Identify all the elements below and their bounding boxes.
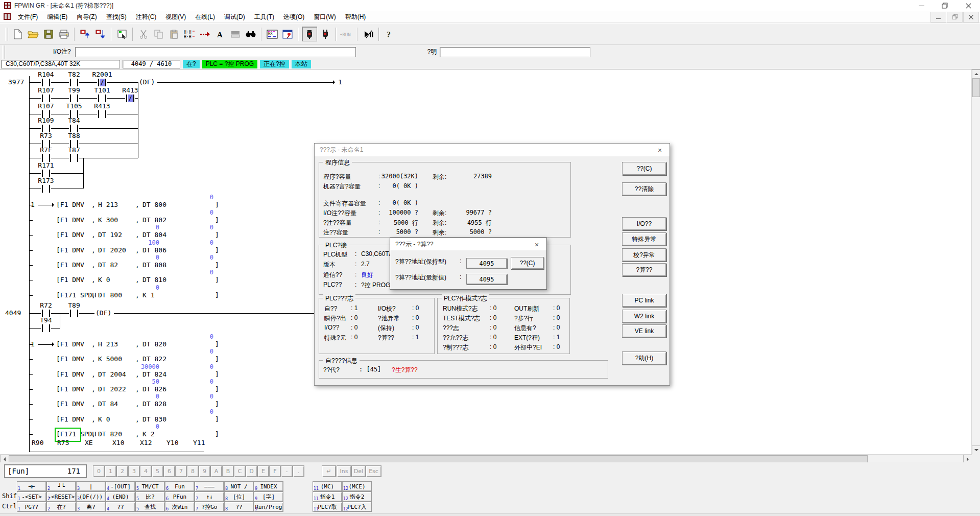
menu-item[interactable]: 文件(F): [13, 11, 42, 24]
contact[interactable]: R171: [33, 161, 59, 169]
function-key[interactable]: 4(END): [106, 491, 135, 502]
edit-key[interactable]: Ins: [337, 465, 351, 477]
function-key[interactable]: 9[字]: [254, 491, 283, 502]
function-key[interactable]: 1PG??: [17, 502, 46, 512]
function-key[interactable]: 5比?: [135, 491, 165, 502]
dialog-button[interactable]: PC link: [622, 294, 666, 307]
contact[interactable]: R109: [33, 116, 59, 124]
menu-item[interactable]: 查找(S): [102, 11, 131, 24]
dialog-button[interactable]: VE link: [622, 324, 666, 338]
vertical-scrollbar[interactable]: [971, 69, 980, 454]
function-key[interactable]: 6Fun: [165, 481, 195, 491]
restore-button[interactable]: [933, 0, 957, 11]
vscroll-thumb[interactable]: [972, 79, 980, 97]
save-icon[interactable]: [41, 27, 56, 41]
scroll-up-button[interactable]: [972, 69, 980, 79]
keypad-key[interactable]: 4: [140, 465, 152, 477]
plc-status-dialog-titlebar[interactable]: ???示 - 未命名1 ×: [315, 144, 670, 156]
run-indicator-icon[interactable]: •RUN: [340, 27, 354, 41]
menu-item[interactable]: 工具(T): [250, 11, 279, 24]
contact[interactable]: R173: [33, 177, 59, 184]
calc-error-dialog-titlebar[interactable]: ???示 - ?算?? ×: [390, 238, 546, 250]
contact[interactable]: T87: [61, 146, 87, 154]
find-icon[interactable]: [244, 27, 258, 41]
jump-icon[interactable]: [198, 27, 212, 41]
fieldbar-grip[interactable]: [2, 45, 5, 59]
function-key[interactable]: 3(DF(/)): [76, 491, 106, 502]
menu-item[interactable]: 调试(D): [220, 11, 250, 24]
contact[interactable]: R107: [33, 102, 59, 110]
keypad-key[interactable]: 8: [187, 465, 199, 477]
edit-key[interactable]: ↵: [322, 465, 336, 477]
keypad-key[interactable]: 1: [105, 465, 116, 477]
download-program-icon[interactable]: [93, 27, 108, 41]
contact[interactable]: T105: [61, 102, 87, 110]
function-key[interactable]: 1-<SET>: [17, 491, 46, 502]
function-key[interactable]: 12PLC?入: [342, 502, 372, 512]
keypad-key[interactable]: 2: [116, 465, 128, 477]
dialog-button[interactable]: 特殊异常: [622, 232, 666, 246]
print-icon[interactable]: [57, 27, 71, 41]
function-key[interactable]: 7?控Go: [195, 502, 224, 512]
contact[interactable]: T94: [33, 316, 59, 324]
plc-status-close-icon[interactable]: ×: [653, 145, 666, 155]
device-monitor-icon[interactable]: HX: [265, 27, 279, 41]
function-key[interactable]: 9Run/Prog: [254, 502, 283, 512]
open-folder-icon[interactable]: [26, 27, 40, 41]
entry-mode-box[interactable]: [Fun] 171: [4, 464, 87, 478]
function-key[interactable]: 11PLC?取: [313, 502, 342, 512]
keypad-key[interactable]: F: [269, 465, 281, 477]
keypad-key[interactable]: 7: [175, 465, 187, 477]
contact[interactable]: T84: [61, 116, 87, 124]
function-key[interactable]: 6PFun: [165, 491, 195, 502]
function-key[interactable]: 12指令2: [342, 491, 372, 502]
menu-item[interactable]: 窗口(W): [309, 11, 340, 24]
mdi-minimize-button[interactable]: [930, 12, 946, 22]
menu-item[interactable]: 视图(V): [161, 11, 190, 24]
dialog-button[interactable]: ?助(H): [622, 351, 666, 365]
upload-program-icon[interactable]: [78, 27, 92, 41]
contact[interactable]: T99: [61, 86, 87, 94]
contact[interactable]: R2001: [89, 71, 115, 78]
calc-address-button[interactable]: 4095: [466, 258, 507, 269]
offline-mode-icon[interactable]: [318, 27, 332, 41]
function-key[interactable]: 5TM/CT: [135, 481, 165, 491]
contact[interactable]: T101: [89, 86, 115, 94]
menu-item[interactable]: 帮助(H): [341, 11, 371, 24]
function-key[interactable]: 7↑↓: [195, 491, 224, 502]
keypad-key[interactable]: B: [222, 465, 234, 477]
online-mode-icon[interactable]: [302, 27, 317, 41]
block-select-icon[interactable]: [228, 27, 243, 41]
function-key[interactable]: 7———: [195, 481, 224, 491]
minimize-button[interactable]: [910, 0, 933, 11]
function-key[interactable]: 2┙┕: [46, 481, 76, 491]
function-key[interactable]: 8??: [224, 502, 254, 512]
keypad-key[interactable]: E: [257, 465, 269, 477]
dialog-button[interactable]: ?算??: [622, 263, 666, 276]
contact[interactable]: T82: [61, 71, 87, 78]
function-key[interactable]: 11指令1: [313, 491, 342, 502]
keypad-key[interactable]: 0: [93, 465, 105, 477]
run-stop-toggle-icon[interactable]: [361, 27, 375, 41]
keypad-key[interactable]: 6: [163, 465, 175, 477]
description-input[interactable]: [440, 47, 590, 57]
function-key[interactable]: 12(MCE): [342, 481, 372, 491]
function-key[interactable]: 3|: [76, 481, 106, 491]
contact[interactable]: R413: [117, 86, 144, 94]
contact[interactable]: R73: [33, 132, 59, 139]
contact[interactable]: R413: [89, 102, 115, 110]
function-key[interactable]: 4-[OUT]: [106, 481, 135, 491]
dialog-button[interactable]: ??清除: [622, 182, 666, 196]
dialog-button[interactable]: W2 link: [622, 310, 666, 323]
calc-confirm-button[interactable]: ??(C): [511, 257, 544, 269]
contact[interactable]: R107: [33, 86, 59, 94]
keypad-key[interactable]: -: [281, 465, 293, 477]
mdi-restore-button[interactable]: [947, 12, 963, 22]
keypad-key[interactable]: A: [210, 465, 222, 477]
menu-item[interactable]: 编辑(E): [42, 11, 72, 24]
function-key[interactable]: 2-<RESET>: [46, 491, 76, 502]
cut-icon[interactable]: [136, 27, 151, 41]
keypad-key[interactable]: D: [246, 465, 257, 477]
keypad-key[interactable]: C: [234, 465, 246, 477]
scroll-down-button[interactable]: [972, 445, 980, 455]
